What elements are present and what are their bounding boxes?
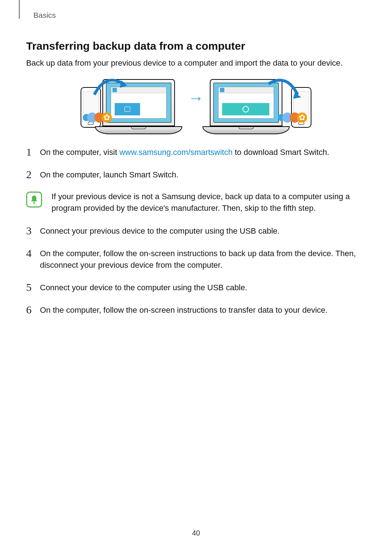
media-icons-cluster: ✿ bbox=[280, 112, 307, 123]
bell-icon bbox=[26, 192, 42, 208]
note-text: If your previous device is not a Samsung… bbox=[52, 191, 366, 214]
step-number: 2 bbox=[26, 168, 33, 180]
page-number: 40 bbox=[192, 529, 200, 537]
step-text: On the computer, follow the on-screen in… bbox=[40, 304, 366, 316]
step-text: Connect your device to the computer usin… bbox=[40, 281, 366, 294]
step-text: On the computer, follow the on-screen in… bbox=[40, 247, 366, 271]
media-icons-cluster: ✿ bbox=[85, 112, 112, 123]
step-1: 1 On the computer, visit www.samsung.com… bbox=[26, 146, 366, 158]
step-text: On the computer, visit www.samsung.com/s… bbox=[40, 146, 366, 158]
step-number: 1 bbox=[26, 146, 33, 158]
note-callout: If your previous device is not a Samsung… bbox=[26, 191, 366, 214]
step-number: 5 bbox=[26, 281, 33, 293]
step-5: 5 Connect your device to the computer us… bbox=[26, 281, 366, 294]
step-number: 3 bbox=[26, 225, 33, 237]
intro-text: Back up data from your previous device t… bbox=[26, 57, 366, 69]
step-4: 4 On the computer, follow the on-screen … bbox=[26, 247, 366, 271]
step-number: 6 bbox=[26, 304, 33, 316]
arrow-arc-icon bbox=[91, 75, 127, 100]
breadcrumb: Basics bbox=[33, 11, 366, 20]
step-6: 6 On the computer, follow the on-screen … bbox=[26, 304, 366, 316]
step-text: On the computer, launch Smart Switch. bbox=[40, 168, 366, 181]
transfer-diagram: ✿ → bbox=[26, 79, 366, 135]
svg-point-2 bbox=[33, 202, 35, 204]
arrow-right-icon: → bbox=[188, 89, 204, 107]
step-3: 3 Connect your previous device to the co… bbox=[26, 225, 366, 237]
step-text: Connect your previous device to the comp… bbox=[40, 225, 366, 237]
step-number: 4 bbox=[26, 247, 33, 259]
step-2: 2 On the computer, launch Smart Switch. bbox=[26, 168, 366, 181]
section-title: Transferring backup data from a computer bbox=[26, 40, 366, 52]
arrow-arc-icon bbox=[265, 75, 301, 100]
smartswitch-link[interactable]: www.samsung.com/smartswitch bbox=[119, 148, 233, 157]
